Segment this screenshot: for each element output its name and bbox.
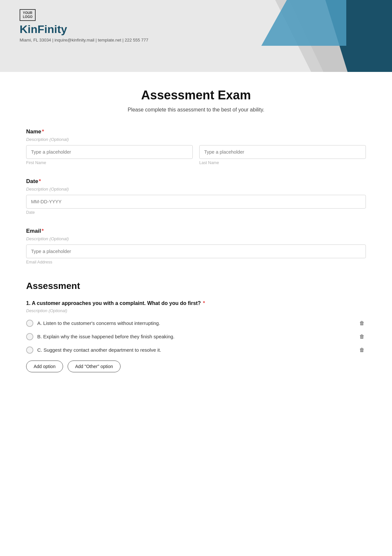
date-field-label: Date*: [26, 178, 366, 185]
first-name-input[interactable]: [26, 145, 193, 159]
email-field-label: Email*: [26, 228, 366, 234]
date-field-section: Date* Description (Optional) Date: [26, 178, 366, 215]
option-a-left: A. Listen to the customer's concerns wit…: [26, 320, 160, 327]
option-c-trash-icon: [359, 346, 365, 353]
add-option-button[interactable]: Add option: [26, 361, 63, 372]
header-content: YOUR LOGO KinFinity Miami, FL 33034 | in…: [20, 9, 148, 43]
option-c-left: C. Suggest they contact another departme…: [26, 346, 161, 354]
add-other-option-button[interactable]: Add "Other" option: [68, 361, 121, 372]
option-b-delete-button[interactable]: [358, 332, 366, 341]
email-required-star: *: [41, 228, 44, 234]
date-input[interactable]: [26, 195, 366, 209]
add-options-row: Add option Add "Other" option: [26, 361, 366, 372]
logo-line2: LOGO: [23, 15, 32, 19]
option-b-radio[interactable]: [26, 333, 33, 340]
first-name-sublabel: First Name: [26, 160, 193, 165]
question-1-block: 1. A customer approaches you with a comp…: [26, 300, 366, 372]
question-1-description: Description (Optional): [26, 308, 366, 313]
page-subtitle: Please complete this assessment to the b…: [26, 107, 366, 113]
option-b-text: B. Explain why the issue happened before…: [37, 334, 174, 339]
email-sublabel: Email Address: [26, 260, 366, 264]
option-c-radio[interactable]: [26, 346, 33, 354]
first-name-wrap: First Name: [26, 145, 193, 165]
page-header: YOUR LOGO KinFinity Miami, FL 33034 | in…: [0, 0, 392, 72]
option-a-text: A. Listen to the customer's concerns wit…: [37, 320, 160, 326]
name-description: Description (Optional): [26, 137, 366, 142]
assessment-heading: Assessment: [26, 278, 366, 291]
question-1-number: 1.: [26, 300, 30, 306]
logo-line1: YOUR: [23, 11, 32, 15]
email-input[interactable]: [26, 244, 366, 258]
name-field-section: Name* Description (Optional) First Name …: [26, 128, 366, 165]
name-input-row: First Name Last Name: [26, 145, 366, 165]
name-required-star: *: [42, 128, 44, 135]
date-required-star: *: [39, 178, 41, 184]
last-name-sublabel: Last Name: [199, 160, 366, 165]
option-a-trash-icon: [359, 320, 365, 327]
question-1-required-star: *: [203, 300, 205, 306]
question-1-title: 1. A customer approaches you with a comp…: [26, 300, 366, 306]
date-sublabel: Date: [26, 210, 366, 215]
option-c-row: C. Suggest they contact another departme…: [26, 345, 366, 355]
option-a-radio[interactable]: [26, 320, 33, 327]
option-a-row: A. Listen to the customer's concerns wit…: [26, 318, 366, 328]
company-info: Miami, FL 33034 | inquire@kinfinity.mail…: [20, 38, 148, 42]
decorative-shape-4: [261, 0, 346, 46]
name-label-text: Name: [26, 128, 41, 135]
option-b-left: B. Explain why the issue happened before…: [26, 333, 174, 340]
option-b-trash-icon: [359, 333, 365, 340]
email-field-section: Email* Description (Optional) Email Addr…: [26, 228, 366, 264]
page-title: Assessment Exam: [26, 88, 366, 102]
logo-box: YOUR LOGO: [20, 9, 36, 21]
date-description: Description (Optional): [26, 187, 366, 192]
name-field-label: Name*: [26, 128, 366, 135]
option-c-text: C. Suggest they contact another departme…: [37, 347, 161, 353]
option-c-delete-button[interactable]: [358, 345, 366, 355]
main-content: Assessment Exam Please complete this ass…: [0, 72, 392, 402]
date-label-text: Date: [26, 178, 38, 184]
last-name-input[interactable]: [199, 145, 366, 159]
option-b-row: B. Explain why the issue happened before…: [26, 332, 366, 341]
email-description: Description (Optional): [26, 236, 366, 241]
last-name-wrap: Last Name: [199, 145, 366, 165]
question-1-text: A customer approaches you with a complai…: [32, 300, 201, 306]
company-name: KinFinity: [20, 23, 148, 36]
option-a-delete-button[interactable]: [358, 318, 366, 328]
email-label-text: Email: [26, 228, 41, 234]
